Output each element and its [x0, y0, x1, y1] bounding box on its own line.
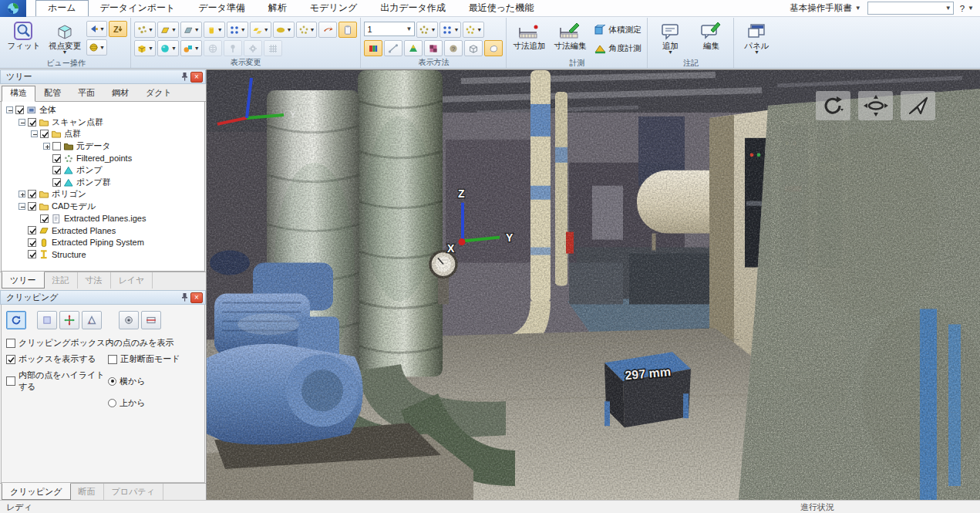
method-qsphere-button[interactable]: ? — [444, 40, 463, 56]
tree-item-ポンプ群[interactable]: ポンプ群 — [3, 177, 204, 189]
tree-checkbox[interactable] — [40, 214, 49, 223]
menu-tab-3[interactable]: 解析 — [257, 0, 298, 16]
tree-item-Structure[interactable]: Structure — [3, 248, 204, 261]
tree-bottom-tab-1[interactable]: 注記 — [45, 272, 78, 289]
tree-item-Extracted Planes.iges[interactable]: Extracted Planes.iges — [3, 212, 204, 224]
rotate-view-button[interactable] — [816, 91, 850, 120]
clip-tool-circleb-button[interactable] — [119, 311, 139, 329]
select-cursor-button[interactable] — [901, 91, 935, 120]
tree-item-Extracted Piping System[interactable]: Extracted Piping System — [3, 237, 204, 249]
edit-dimension-button[interactable]: 寸法編集 — [551, 19, 589, 57]
display-grid-button[interactable] — [264, 40, 282, 56]
tree-tab-0[interactable]: 構造 — [2, 86, 35, 102]
radio-from-side[interactable]: 横から — [108, 376, 146, 387]
method-palette-button[interactable] — [364, 40, 382, 56]
pin-icon[interactable] — [179, 72, 190, 83]
display-sphere-button[interactable]: ▼ — [157, 40, 179, 56]
tree-item-スキャン点群[interactable]: スキャン点群 — [3, 116, 204, 129]
view-z-down-button[interactable]: Z — [109, 21, 127, 37]
method-points2-button[interactable]: ▼ — [439, 22, 461, 38]
tree-checkbox[interactable] — [28, 238, 36, 247]
tree-checkbox[interactable] — [52, 154, 61, 163]
tree-checkbox[interactable] — [52, 166, 61, 174]
tree-checkbox[interactable] — [28, 250, 36, 258]
collapse-icon[interactable] — [19, 119, 25, 126]
view-orbit-button[interactable]: ▼ — [86, 39, 107, 56]
method-cubeoutline-button[interactable] — [464, 40, 483, 56]
point-size-combobox[interactable]: 1 ▼ — [364, 22, 415, 36]
pan-view-button[interactable] — [858, 91, 893, 120]
tree-bottom-tab-2[interactable]: 寸法 — [78, 272, 111, 289]
menu-tab-6[interactable]: 最近使った機能 — [457, 0, 546, 16]
display-points2-button[interactable]: ▼ — [227, 22, 248, 38]
tree-item-ポリゴン[interactable]: ポリゴン — [3, 188, 204, 201]
display-arrow3d-button[interactable] — [318, 22, 337, 38]
method-scatter-button[interactable]: ▼ — [463, 22, 484, 38]
clip-tool-anglet-button[interactable] — [82, 311, 102, 329]
close-icon[interactable]: × — [190, 292, 203, 303]
checkbox-ortho-section[interactable]: 正射断面モード — [108, 353, 180, 365]
clip-tool-boxsel-button[interactable] — [37, 311, 57, 329]
note-edit-button[interactable]: 編集 — [692, 19, 730, 57]
display-plane-button[interactable]: ▼ — [157, 22, 179, 38]
collapse-icon[interactable] — [6, 106, 13, 113]
method-measurepts-button[interactable] — [384, 40, 402, 56]
display-scatter-button[interactable]: ▼ — [296, 22, 318, 38]
checkbox-show-box[interactable]: ボックスを表示する — [6, 353, 108, 365]
tree-item-元データ[interactable]: 元データ — [3, 140, 204, 153]
viewpoint-button[interactable]: 視点変更 ▼ — [45, 19, 84, 57]
view-direction-button[interactable]: ▼ — [86, 21, 107, 37]
display-pin-button[interactable] — [224, 40, 242, 56]
menu-tab-5[interactable]: 出力データ作成 — [369, 0, 457, 16]
tree-checkbox[interactable] — [28, 226, 36, 235]
checkbox-clip-points-only[interactable]: クリッピングボックス内の点のみを表示 — [6, 337, 174, 349]
display-plane-button[interactable]: ▼ — [180, 22, 202, 38]
tree-bottom-tab-0[interactable]: ツリー — [2, 272, 45, 289]
tree-item-全体[interactable]: 全体 — [3, 104, 204, 116]
fit-button[interactable]: フィット — [5, 19, 43, 57]
tree-item-Filtered_points[interactable]: Filtered_points — [3, 152, 204, 164]
help-button[interactable]: ?▼ — [960, 4, 974, 13]
radio-from-top[interactable]: 上から — [108, 397, 146, 409]
menu-tab-2[interactable]: データ準備 — [187, 0, 257, 16]
viewport-3d[interactable]: 297 mm Y Z Y — [207, 69, 980, 500]
display-meshsphere-button[interactable] — [204, 40, 222, 56]
menu-tab-0[interactable]: ホーム — [35, 0, 89, 16]
display-gear-button[interactable] — [244, 40, 262, 56]
tree-bottom-tab-3[interactable]: レイヤ — [111, 272, 153, 289]
clip-tool-movex-button[interactable] — [59, 311, 79, 329]
display-points-button[interactable]: ▼ — [134, 22, 156, 38]
display-clipboard-button[interactable] — [338, 22, 357, 38]
note-add-button[interactable]: 追加 ▼ — [651, 19, 689, 57]
clip-bottom-tab-1[interactable]: 断面 — [71, 484, 104, 500]
expand-icon[interactable] — [19, 191, 25, 197]
display-disc-button[interactable]: ▼ — [273, 22, 295, 38]
method-scatter-button[interactable]: ▼ — [416, 22, 438, 38]
display-shapes-button[interactable]: ▼ — [180, 40, 202, 56]
tree-checkbox[interactable] — [52, 142, 61, 150]
method-pyramid-button[interactable] — [404, 40, 423, 56]
tree-checkbox[interactable] — [15, 106, 24, 114]
pin-icon[interactable] — [179, 292, 190, 303]
tree-checkbox[interactable] — [52, 178, 61, 187]
menu-tab-1[interactable]: データインポート — [89, 0, 187, 16]
tree-checkbox[interactable] — [28, 190, 36, 198]
clip-bottom-tab-2[interactable]: プロパティ — [104, 484, 163, 500]
display-planes-button[interactable]: ▼ — [250, 22, 271, 38]
tree-item-CADモデル[interactable]: CADモデル — [3, 201, 204, 213]
panel-button[interactable]: パネル ▼ — [737, 19, 776, 57]
tree-item-Extracted Planes[interactable]: Extracted Planes — [3, 224, 204, 237]
menu-tab-4[interactable]: モデリング — [298, 0, 369, 16]
collapse-icon[interactable] — [31, 130, 38, 137]
volume-measure-button[interactable]: 体積測定 — [591, 22, 644, 39]
display-cube-button[interactable]: ▼ — [134, 40, 156, 56]
tree-checkbox[interactable] — [28, 202, 36, 211]
tree-item-点群[interactable]: 点群 — [3, 128, 204, 140]
tree-tab-4[interactable]: ダクト — [137, 86, 180, 101]
tree-checkbox[interactable] — [40, 130, 49, 138]
method-roundcube-button[interactable] — [484, 40, 503, 56]
tree-item-ポンプ[interactable]: ポンプ — [3, 164, 204, 177]
tree-tab-3[interactable]: 鋼材 — [103, 86, 137, 101]
tree-checkbox[interactable] — [28, 118, 36, 127]
tree-tab-1[interactable]: 配管 — [35, 86, 69, 101]
